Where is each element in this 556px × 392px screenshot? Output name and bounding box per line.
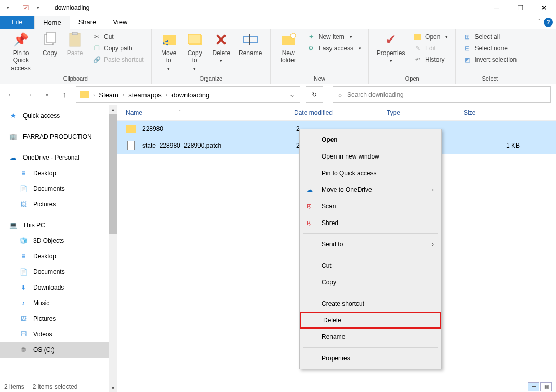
ctx-open-new-window[interactable]: Open in new window: [300, 148, 441, 165]
nav-od-pictures[interactable]: 🖼Pictures: [0, 197, 117, 212]
details-view-button[interactable]: ☰: [528, 382, 539, 391]
group-select: ⊞Select all ⊟Select none ◩Invert selecti…: [456, 29, 524, 84]
building-icon: 🏢: [8, 133, 18, 141]
back-button[interactable]: ←: [5, 88, 18, 101]
new-folder-button[interactable]: New folder: [276, 31, 301, 64]
paste-button[interactable]: Paste: [63, 31, 86, 57]
navigation-pane[interactable]: ★Quick access 🏢FARRAD PRODUCTION ☁OneDri…: [0, 105, 117, 392]
paste-shortcut-button[interactable]: 🔗Paste shortcut: [90, 54, 146, 66]
invert-selection-button[interactable]: ◩Invert selection: [461, 54, 519, 66]
nav-pc-videos[interactable]: 🎞Videos: [0, 326, 117, 342]
properties-qat-icon[interactable]: ☑: [22, 4, 29, 12]
copy-button[interactable]: Copy: [38, 31, 61, 57]
scroll-thumb[interactable]: [109, 114, 117, 234]
address-bar[interactable]: › Steam › steamapps › downloading ⌄: [76, 86, 300, 103]
edit-button[interactable]: ✎Edit: [412, 43, 450, 54]
ctx-copy[interactable]: Copy: [300, 274, 441, 291]
title-bar: ▾ ☑ ▾ downloading ─ ☐ ✕: [0, 0, 556, 16]
cut-button[interactable]: ✂Cut: [90, 31, 146, 43]
thumbnails-view-button[interactable]: ▦: [540, 382, 552, 391]
select-all-button[interactable]: ⊞Select all: [461, 31, 519, 43]
search-input[interactable]: ⌕ Search downloading: [333, 86, 551, 103]
tab-share[interactable]: Share: [70, 16, 105, 29]
nav-pc-os[interactable]: ⛃OS (C:): [0, 342, 117, 358]
nav-quick-access[interactable]: ★Quick access: [0, 108, 117, 124]
forward-button[interactable]: →: [23, 88, 35, 101]
nav-od-documents[interactable]: 📄Documents: [0, 181, 117, 197]
tab-view[interactable]: View: [104, 16, 136, 29]
ctx-rename[interactable]: Rename: [300, 329, 441, 345]
nav-this-pc[interactable]: 💻This PC: [0, 217, 117, 233]
col-name[interactable]: Nameˆ: [126, 109, 294, 116]
refresh-button[interactable]: ↻: [306, 86, 323, 103]
group-organize: Move to▾ Copy to▾ ✕ Delete▾ Rename Organ…: [152, 29, 271, 84]
col-size[interactable]: Size: [464, 109, 556, 116]
nav-pc-documents[interactable]: 📄Documents: [0, 264, 117, 280]
svg-rect-4: [163, 35, 176, 45]
delete-button[interactable]: ✕ Delete▾: [209, 31, 234, 64]
scroll-up-icon[interactable]: ▴: [109, 105, 117, 113]
open-button[interactable]: Open ▾: [412, 31, 450, 43]
rename-button[interactable]: Rename: [236, 31, 265, 57]
history-button[interactable]: ↶History: [412, 54, 450, 66]
easy-access-button[interactable]: ⚙Easy access ▾: [305, 43, 363, 54]
col-type[interactable]: Type: [387, 109, 464, 116]
ctx-delete[interactable]: Delete: [300, 312, 441, 329]
nav-pc-music[interactable]: ♪Music: [0, 295, 117, 311]
up-button[interactable]: ↑: [58, 88, 71, 101]
window-title: downloading: [55, 4, 89, 11]
crumb-downloading[interactable]: downloading: [168, 91, 213, 99]
file-list-pane: Nameˆ Date modified Type Size 228980 2 s…: [117, 105, 556, 392]
nav-3d-objects[interactable]: 🧊3D Objects: [0, 233, 117, 249]
tab-home[interactable]: Home: [34, 16, 70, 29]
tab-file[interactable]: File: [0, 16, 34, 29]
help-icon[interactable]: ?: [544, 18, 553, 27]
ctx-scan[interactable]: ⛨Scan: [300, 198, 441, 215]
recent-dropdown-icon[interactable]: ▾: [41, 88, 53, 101]
select-all-icon: ⊞: [463, 33, 471, 41]
svg-rect-6: [188, 34, 201, 44]
ctx-move-onedrive[interactable]: ☁Move to OneDrive›: [300, 181, 441, 198]
copy-path-button[interactable]: ❐Copy path: [90, 43, 146, 54]
nav-onedrive[interactable]: ☁OneDrive - Personal: [0, 150, 117, 165]
chevron-right-icon[interactable]: ›: [93, 92, 95, 98]
easy-access-icon: ⚙: [307, 44, 315, 53]
chevron-right-icon[interactable]: ›: [166, 92, 167, 98]
collapse-ribbon-icon[interactable]: ˆ: [538, 19, 540, 26]
nav-pc-downloads[interactable]: ⬇Downloads: [0, 280, 117, 295]
nav-pc-desktop[interactable]: 🖥Desktop: [0, 249, 117, 264]
ctx-open[interactable]: Open: [300, 132, 441, 148]
maximize-button[interactable]: ☐: [508, 0, 532, 16]
nav-scrollbar[interactable]: ▴ ▾: [109, 105, 117, 392]
nav-pc-pictures[interactable]: 🖼Pictures: [0, 311, 117, 326]
separator: [303, 347, 438, 348]
address-dropdown-icon[interactable]: ⌄: [284, 91, 300, 98]
crumb-steam[interactable]: Steam: [96, 91, 122, 99]
ctx-properties[interactable]: Properties: [300, 350, 441, 367]
qat-dropdown-icon[interactable]: ▾: [7, 5, 9, 10]
move-to-button[interactable]: Move to▾: [157, 31, 181, 72]
select-none-button[interactable]: ⊟Select none: [461, 43, 519, 54]
edit-icon: ✎: [414, 44, 422, 53]
copy-to-button[interactable]: Copy to▾: [183, 31, 207, 72]
crumb-steamapps[interactable]: steamapps: [125, 91, 165, 99]
close-button[interactable]: ✕: [532, 0, 556, 16]
group-label-organize: Organize: [157, 75, 265, 83]
properties-button[interactable]: ✔ Properties▾: [374, 31, 407, 64]
minimize-button[interactable]: ─: [484, 0, 508, 16]
pin-icon: 📌: [12, 31, 29, 48]
nav-farrad[interactable]: 🏢FARRAD PRODUCTION: [0, 129, 117, 145]
new-item-button[interactable]: ✦New item ▾: [305, 31, 363, 43]
ctx-create-shortcut[interactable]: Create shortcut: [300, 295, 441, 312]
ctx-shred[interactable]: ⛨Shred: [300, 215, 441, 231]
downloads-icon: ⬇: [19, 283, 28, 292]
col-date[interactable]: Date modified: [294, 109, 387, 116]
qat-more-icon[interactable]: ▾: [37, 5, 39, 10]
nav-od-desktop[interactable]: 🖥Desktop: [0, 165, 117, 181]
ctx-cut[interactable]: Cut: [300, 257, 441, 274]
ctx-pin-quick-access[interactable]: Pin to Quick access: [300, 165, 441, 181]
pin-quick-access-button[interactable]: 📌 Pin to Quick access: [5, 31, 36, 72]
shield-icon: ⛨: [305, 202, 314, 211]
chevron-right-icon[interactable]: ›: [123, 92, 124, 98]
ctx-send-to[interactable]: Send to›: [300, 236, 441, 253]
